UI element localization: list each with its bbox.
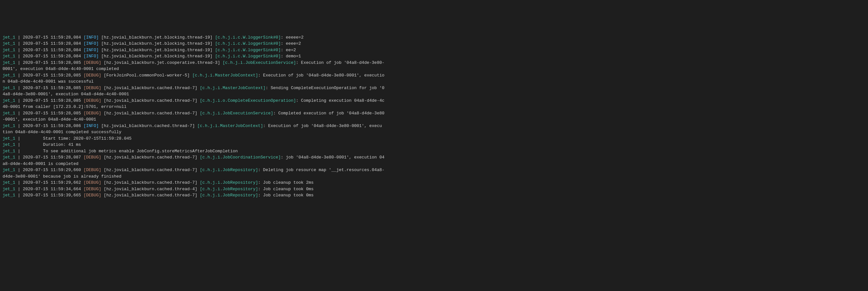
service-name: jet_1 (3, 180, 15, 185)
thread-name: [hz.jovial_blackburn.cached.thread-7] (104, 98, 197, 103)
class-name: [c.h.j.i.MasterJobContext] (192, 73, 258, 78)
timestamp: 2020-07-15 11:59:29,662 (23, 180, 81, 185)
log-line: jet_1 | 2020-07-15 11:59:28,087 [DEBUG] … (3, 154, 865, 167)
service-name: jet_1 (3, 60, 15, 65)
log-line: jet_1 | 2020-07-15 11:59:28,085 [DEBUG] … (3, 110, 865, 123)
service-name: jet_1 (3, 136, 15, 141)
log-level: [DEBUG] (84, 73, 101, 78)
log-level: [DEBUG] (84, 180, 101, 185)
log-line: jet_1 | 2020-07-15 11:59:28,084 [INFO] [… (3, 40, 865, 47)
separator: | (15, 60, 23, 65)
timestamp: 2020-07-15 11:59:34,664 (23, 187, 81, 192)
thread-name: [hz.jovial_blackburn.cached.thread-7] (104, 180, 197, 185)
thread-name: [hz.jovial_blackburn.cached.thread-7] (101, 124, 195, 128)
class-name: [c.h.j.i.JobCoordinationService] (200, 155, 281, 160)
message: : eeeee=2 (281, 35, 303, 40)
log-level: [DEBUG] (84, 86, 101, 90)
timestamp: 2020-07-15 11:59:28,084 (23, 54, 81, 59)
class-name: [c.h.j.i.JobRepository] (200, 180, 258, 185)
message: Duration: 41 ms (23, 142, 81, 147)
separator: | (15, 41, 23, 46)
separator: | (15, 193, 23, 198)
separator: | (15, 86, 23, 90)
timestamp: 2020-07-15 11:59:28,085 (23, 60, 81, 65)
log-level: [INFO] (84, 124, 99, 128)
service-name: jet_1 (3, 54, 15, 59)
separator: | (15, 47, 23, 53)
thread-name: [hz.jovial_blackburn.cached.thread-7] (104, 155, 197, 160)
message: : demo=1 (281, 54, 301, 59)
log-level: [DEBUG] (84, 187, 101, 192)
log-level: [INFO] (84, 35, 99, 40)
thread-name: [hz.jovial_blackburn.jet.cooperative.thr… (104, 60, 220, 65)
log-level: [DEBUG] (84, 98, 101, 103)
service-name: jet_1 (3, 187, 15, 192)
timestamp: 2020-07-15 11:59:29,660 (23, 167, 81, 172)
thread-name: [hz.jovial_blackburn.cached.thread-7] (104, 193, 197, 198)
log-line: jet_1 | 2020-07-15 11:59:28,085 [DEBUG] … (3, 72, 865, 85)
log-level: [INFO] (84, 41, 99, 46)
class-name: [c.h.j.i.JobRepository] (200, 193, 258, 198)
timestamp: 2020-07-15 11:59:28,084 (23, 47, 81, 53)
separator: | (15, 124, 23, 128)
class-name: [c.h.j.i.JobExecutionService] (223, 60, 296, 65)
thread-name: [hz.jovial_blackburn.jet.blocking.thread… (101, 54, 212, 59)
log-line: jet_1 | Duration: 41 ms (3, 141, 865, 148)
thread-name: [hz.jovial_blackburn.cached.thread-7] (104, 111, 197, 116)
separator: | (15, 54, 23, 59)
separator: | (15, 155, 23, 160)
log-line: jet_1 | 2020-07-15 11:59:29,660 [DEBUG] … (3, 167, 865, 180)
thread-name: [hz.jovial_blackburn.cached.thread-7] (104, 86, 197, 90)
timestamp: 2020-07-15 11:59:28,084 (23, 41, 81, 46)
service-name: jet_1 (3, 86, 15, 90)
service-name: jet_1 (3, 167, 15, 172)
separator: | (15, 111, 23, 116)
timestamp: 2020-07-15 11:59:28,086 (23, 124, 81, 128)
message: : ee=2 (281, 47, 296, 53)
message: Start time: 2020-07-15T11:59:28.045 (23, 136, 131, 141)
service-name: jet_1 (3, 35, 15, 40)
thread-name: [hz.jovial_blackburn.jet.blocking.thread… (101, 41, 212, 46)
log-line: jet_1 | Start time: 2020-07-15T11:59:28.… (3, 135, 865, 142)
service-name: jet_1 (3, 124, 15, 128)
class-name: [c.h.j.i.JobRepository] (200, 167, 258, 172)
log-line: jet_1 | 2020-07-15 11:59:28,085 [DEBUG] … (3, 60, 865, 72)
separator: | (15, 142, 23, 147)
separator: | (15, 187, 23, 192)
separator: | (15, 149, 23, 154)
timestamp: 2020-07-15 11:59:39,665 (23, 193, 81, 198)
service-name: jet_1 (3, 142, 15, 147)
log-level: [DEBUG] (84, 155, 101, 160)
thread-name: [ForkJoinPool.commonPool-worker-5] (104, 73, 190, 78)
separator: | (15, 167, 23, 172)
thread-name: [hz.jovial_blackburn.jet.blocking.thread… (101, 47, 212, 53)
service-name: jet_1 (3, 73, 15, 78)
timestamp: 2020-07-15 11:59:28,087 (23, 155, 81, 160)
log-line: jet_1 | 2020-07-15 11:59:39,665 [DEBUG] … (3, 192, 865, 199)
class-name: [c.h.j.i.c.W.loggerSink#0] (215, 47, 281, 53)
message: : Job cleanup took 2ms (258, 180, 314, 185)
log-level: [DEBUG] (84, 111, 101, 116)
log-line: jet_1 | 2020-07-15 11:59:28,084 [INFO] [… (3, 34, 865, 41)
log-level: [DEBUG] (84, 60, 101, 65)
thread-name: [hz.jovial_blackburn.cached.thread-7] (104, 167, 197, 172)
separator: | (15, 180, 23, 185)
log-container: jet_1 | 2020-07-15 11:59:28,084 [INFO] [… (3, 28, 865, 199)
service-name: jet_1 (3, 155, 15, 160)
log-line: jet_1 | 2020-07-15 11:59:34,664 [DEBUG] … (3, 186, 865, 193)
service-name: jet_1 (3, 111, 15, 116)
log-level: [DEBUG] (84, 193, 101, 198)
message: : Job cleanup took 0ms (258, 187, 314, 192)
message: : Job cleanup took 0ms (258, 193, 314, 198)
timestamp: 2020-07-15 11:59:28,085 (23, 98, 81, 103)
log-line: jet_1 | 2020-07-15 11:59:28,086 [INFO] [… (3, 123, 865, 135)
class-name: [c.h.j.i.MasterJobContext] (200, 86, 266, 90)
message: : eeee=2 (281, 41, 301, 46)
separator: | (15, 35, 23, 40)
service-name: jet_1 (3, 47, 15, 53)
thread-name: [hz.jovial_blackburn.cached.thread-4] (104, 187, 197, 192)
class-name: [c.h.j.i.c.W.loggerSink#0] (215, 41, 281, 46)
thread-name: [hz.jovial_blackburn.jet.blocking.thread… (101, 35, 212, 40)
timestamp: 2020-07-15 11:59:28,085 (23, 111, 81, 116)
service-name: jet_1 (3, 149, 15, 154)
